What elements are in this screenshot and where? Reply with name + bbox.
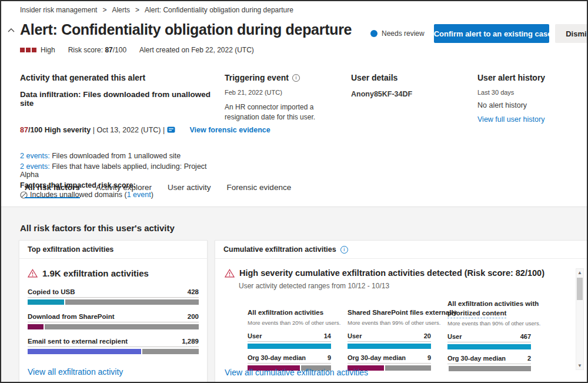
severity-label: High [41, 46, 55, 54]
user-value: 20 [424, 332, 431, 339]
confirm-alert-button[interactable]: Confirm alert to an existing case [434, 24, 549, 43]
user-value: 467 [520, 333, 531, 340]
median-bar [447, 366, 531, 371]
info-icon[interactable]: i [292, 74, 300, 82]
breadcrumb-separator: > [102, 6, 106, 14]
user-label: User [447, 333, 462, 340]
event-count-link[interactable]: 2 events: [20, 152, 50, 160]
risk-factors-section: All risk factors for this user's activit… [1, 207, 587, 382]
top-exfiltration-card: Top exfiltration activities 1.9K exfiltr… [19, 240, 208, 382]
median-value: 2 [527, 355, 531, 362]
warning-icon [225, 269, 235, 278]
median-label: Org 30-day median [248, 354, 306, 361]
median-label: Org 30-day median [348, 354, 406, 361]
breadcrumb: Insider risk management > Alerts > Alert… [20, 6, 293, 14]
scrollbar-thumb[interactable] [577, 278, 583, 300]
median-value: 9 [328, 354, 331, 361]
activity-score-value: 87 [20, 126, 28, 134]
view-full-user-history-link[interactable]: View full user history [477, 115, 544, 124]
bar-label: Copied to USB [28, 288, 75, 295]
history-status: No alert history [477, 101, 586, 109]
bar-label: Email sent to external recipient [28, 338, 128, 345]
column-subtitle: More events than 99% of other users. [348, 319, 431, 326]
cumulative-column-prioritized: All exfiltration activities withprioriti… [447, 299, 531, 371]
event-count-link[interactable]: 2 events: [20, 162, 50, 171]
header-actions: Needs review Confirm alert to an existin… [370, 24, 588, 43]
tab-forensic-evidence[interactable]: Forensic evidence [227, 183, 292, 198]
cumulative-column-sharepoint: Shared SharePoint files externally More … [348, 299, 431, 371]
collapse-chevron-up-icon[interactable] [6, 26, 16, 35]
user-bar [248, 344, 331, 349]
history-heading: User alert history [477, 73, 586, 82]
column-title: Shared SharePoint files externally [348, 308, 431, 317]
user-label: User [348, 332, 362, 339]
page-title: Alert: Confidentiality obligation during… [20, 21, 352, 38]
column-title: All exfiltration activities [248, 308, 331, 317]
top-exfiltration-summary: 1.9K exfiltration activities [42, 268, 149, 278]
column-subtitle: More events than 20% of other users. [248, 319, 331, 326]
median-value: 9 [427, 354, 431, 361]
dismiss-alert-button[interactable]: Dismiss alert [555, 24, 588, 43]
user-alert-history-column: User alert history Last 30 days No alert… [477, 73, 586, 219]
forensic-evidence-icon [167, 110, 188, 149]
bar-value: 1,289 [182, 338, 199, 345]
bar-row: Download from SharePoint200 [28, 313, 199, 329]
activity-event-line: 2 events: Files that have labels applied… [20, 162, 225, 179]
user-bar [447, 344, 531, 349]
cumulative-columns: All exfiltration activities More events … [248, 299, 580, 371]
card-scrollbar[interactable]: ▲ ▼ [576, 268, 584, 370]
usb-copy-bar [28, 299, 199, 305]
risk-score-label: Risk score: [68, 46, 105, 54]
history-period: Last 30 days [477, 89, 586, 96]
top-exfiltration-card-title: Top exfiltration activities [28, 245, 113, 254]
activity-score-line: 87/100 High severity | Oct 13, 2022 (UTC… [20, 110, 225, 149]
severity-high-icon [20, 48, 36, 52]
cumulative-exfiltration-card: Cumulative exfiltration activities i Hig… [215, 240, 588, 382]
tab-user-activity[interactable]: User activity [168, 183, 211, 198]
event-text: Files downloaded from 1 unallowed site [50, 152, 181, 160]
column-title-line2[interactable]: prioritized content [447, 308, 506, 318]
view-all-exfiltration-link[interactable]: View all exfiltration activity [28, 367, 123, 377]
breadcrumb-insider-risk[interactable]: Insider risk management [20, 6, 97, 14]
scrollbar-up-arrow-icon[interactable]: ▲ [576, 269, 583, 277]
tab-all-risk-factors[interactable]: All risk factors [25, 183, 80, 198]
cumulative-card-title: Cumulative exfiltration activities [223, 245, 336, 254]
needs-review-status-icon [370, 30, 377, 37]
alert-meta-row: High Risk score: 87 /100 Alert created o… [20, 46, 254, 54]
column-subtitle: More events than 90% of other users. [447, 320, 531, 327]
bar-label: Download from SharePoint [28, 313, 115, 320]
column-title: All exfiltration activities with [447, 299, 531, 308]
user-bar [348, 344, 431, 349]
tab-activity-explorer[interactable]: Activity explorer [96, 183, 152, 198]
user-details-heading: User details [351, 73, 477, 82]
triggering-event-date: Feb 21, 2022 (UTC) [225, 89, 351, 96]
top-exfiltration-bars: Copied to USB428 Download from SharePoin… [28, 288, 199, 354]
activity-alert-name: Data infiltration: Files downloaded from… [20, 90, 225, 108]
bar-row: Email sent to external recipient1,289 [28, 338, 199, 354]
triggering-event-description: An HR connector imported a resignation d… [225, 102, 345, 123]
risk-score-value: 87 [105, 46, 112, 54]
cumulative-column-all: All exfiltration activities More events … [248, 299, 331, 371]
user-value: 14 [324, 332, 331, 339]
activity-score-suffix: /100 High severity [28, 126, 91, 134]
activity-heading: Activity that generated this alert [20, 73, 225, 82]
cumulative-summary: High severity cumulative exfiltration ac… [239, 268, 544, 278]
bar-value: 200 [188, 313, 199, 320]
activity-date: | Oct 13, 2022 (UTC) | [91, 126, 166, 134]
scrollbar-down-arrow-icon[interactable]: ▼ [576, 362, 583, 369]
sharepoint-download-bar [28, 324, 199, 329]
risk-section-heading: All risk factors for this user's activit… [20, 223, 175, 233]
view-all-cumulative-link[interactable]: View all cumulative exfiltration activit… [225, 368, 368, 377]
warning-icon [28, 269, 38, 278]
breadcrumb-separator: > [135, 6, 139, 14]
status-badge: Needs review [382, 29, 425, 38]
activity-event-line: 2 events: Files downloaded from 1 unallo… [20, 152, 225, 160]
triggering-event-heading: Triggering event [225, 73, 289, 82]
bar-row: Copied to USB428 [28, 288, 199, 305]
user-name: Anony85KF-34DF [351, 90, 477, 98]
tab-bar: All risk factors Activity explorer User … [25, 183, 291, 198]
median-label: Org 30-day median [447, 355, 506, 362]
info-icon[interactable]: i [340, 246, 348, 254]
user-details-column: User details Anony85KF-34DF [351, 73, 477, 219]
breadcrumb-alerts[interactable]: Alerts [112, 6, 130, 14]
